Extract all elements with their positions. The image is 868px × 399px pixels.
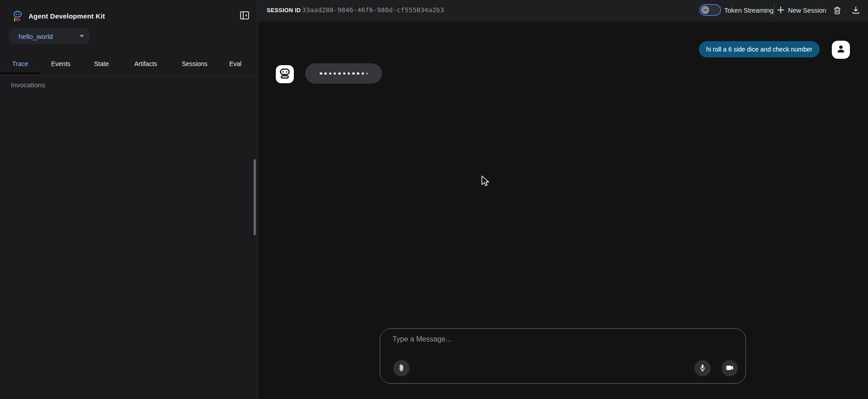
session-topbar: SESSION ID 33aad288-9846-46f6-980d-cf555… <box>258 0 868 22</box>
new-session-label: New Session <box>788 7 826 14</box>
new-session-button[interactable]: New Session <box>777 4 826 17</box>
tab-eval[interactable]: Eval <box>229 60 241 67</box>
user-message-bubble: hi roll a 6 side dice and check number <box>699 41 820 57</box>
session-id-label: SESSION ID <box>267 7 301 14</box>
tab-state[interactable]: State <box>94 60 109 67</box>
video-input-button[interactable] <box>722 360 738 376</box>
message-input[interactable] <box>392 335 664 353</box>
adk-web-app: Agent Development Kit hello_world Trace … <box>0 0 868 399</box>
export-session-button[interactable] <box>849 5 862 17</box>
videocam-icon <box>725 363 734 374</box>
chevron-down-icon <box>80 35 84 38</box>
message-input-container <box>380 328 746 384</box>
sidebar: Agent Development Kit hello_world Trace … <box>0 0 258 399</box>
agent-typing-indicator <box>305 63 382 84</box>
delete-session-button[interactable] <box>831 5 844 17</box>
tab-sessions[interactable]: Sessions <box>182 60 208 67</box>
panel-collapse-icon <box>239 15 250 22</box>
tab-trace[interactable]: Trace <box>12 60 28 67</box>
toggle-minus-icon <box>703 10 707 10</box>
token-streaming-label: Token Streaming <box>724 7 774 14</box>
tab-artifacts[interactable]: Artifacts <box>134 60 157 67</box>
toggle-knob <box>701 6 709 14</box>
token-streaming-toggle[interactable] <box>699 4 721 16</box>
user-avatar <box>832 41 850 59</box>
sidebar-tabs: Trace Events State Artifacts Sessions Ev… <box>0 54 258 76</box>
mouse-cursor <box>481 175 492 190</box>
sidebar-scrollbar-thumb[interactable] <box>254 159 256 235</box>
app-title: Agent Development Kit <box>28 12 105 20</box>
robot-icon <box>279 67 291 81</box>
microphone-icon <box>698 363 707 374</box>
active-tab-indicator <box>0 72 41 74</box>
paperclip-icon <box>397 363 406 374</box>
chat-area: hi roll a 6 side dice and check number <box>258 22 868 399</box>
collapse-sidebar-button[interactable] <box>239 10 250 22</box>
tab-events[interactable]: Events <box>51 60 71 67</box>
adk-logo-icon <box>13 11 23 22</box>
invocations-label: Invocations <box>11 81 45 89</box>
agent-selector-dropdown[interactable]: hello_world <box>9 28 90 44</box>
plus-icon <box>777 6 785 15</box>
trash-icon <box>832 5 842 17</box>
session-id-value: 33aad288-9846-46f6-980d-cf555034a2b3 <box>302 6 444 14</box>
topbar-divider <box>774 5 774 17</box>
attach-file-button[interactable] <box>393 360 410 376</box>
download-icon <box>851 5 861 17</box>
person-icon <box>835 43 846 56</box>
voice-input-button[interactable] <box>694 360 711 376</box>
agent-avatar <box>276 65 294 83</box>
agent-selector-value: hello_world <box>19 33 53 40</box>
